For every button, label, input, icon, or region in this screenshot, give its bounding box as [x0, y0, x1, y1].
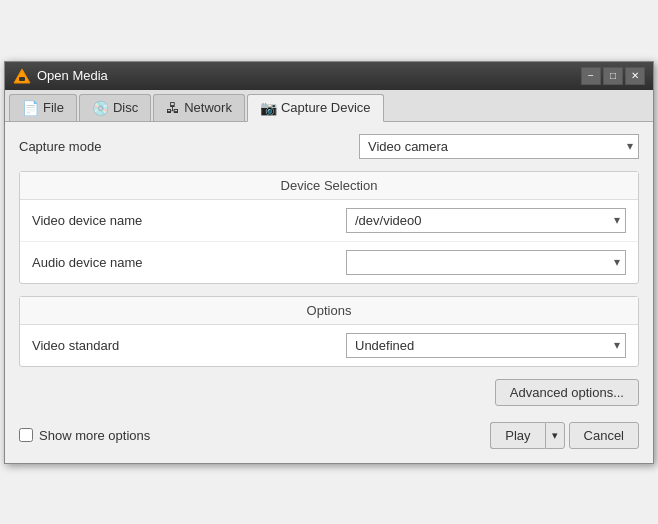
file-tab-icon: 📄: [22, 100, 39, 116]
capture-mode-row: Capture mode Video camera DirectShow TV …: [19, 134, 639, 159]
capture-mode-label: Capture mode: [19, 139, 101, 154]
tab-capture-label: Capture Device: [281, 100, 371, 115]
svg-rect-1: [19, 77, 25, 81]
titlebar-title: Open Media: [37, 68, 108, 83]
audio-device-select[interactable]: [346, 250, 626, 275]
show-more-options: Show more options: [19, 428, 150, 443]
titlebar-left: Open Media: [13, 67, 108, 85]
video-standard-label: Video standard: [32, 338, 119, 353]
video-standard-row: Video standard Undefined PAL NTSC SECAM …: [20, 325, 638, 366]
tab-file[interactable]: 📄 File: [9, 94, 77, 121]
show-more-checkbox[interactable]: [19, 428, 33, 442]
minimize-button[interactable]: −: [581, 67, 601, 85]
maximize-button[interactable]: □: [603, 67, 623, 85]
tab-file-label: File: [43, 100, 64, 115]
tab-network[interactable]: 🖧 Network: [153, 94, 245, 121]
network-tab-icon: 🖧: [166, 100, 180, 116]
options-group: Options Video standard Undefined PAL NTS…: [19, 296, 639, 367]
play-dropdown-button[interactable]: ▾: [545, 422, 565, 449]
audio-device-select-wrapper: ▾: [346, 250, 626, 275]
play-button-group: Play ▾: [490, 422, 564, 449]
device-selection-title: Device Selection: [20, 172, 638, 200]
vlc-icon: [13, 67, 31, 85]
close-button[interactable]: ✕: [625, 67, 645, 85]
audio-device-row: Audio device name ▾: [20, 242, 638, 283]
device-selection-group: Device Selection Video device name /dev/…: [19, 171, 639, 284]
tab-disc-label: Disc: [113, 100, 138, 115]
options-title: Options: [20, 297, 638, 325]
bottom-row: Show more options Play ▾ Cancel: [19, 418, 639, 451]
video-standard-select-wrapper: Undefined PAL NTSC SECAM ▾: [346, 333, 626, 358]
titlebar-buttons: − □ ✕: [581, 67, 645, 85]
capture-mode-select-wrapper: Video camera DirectShow TV - Digital TV …: [359, 134, 639, 159]
video-device-label: Video device name: [32, 213, 142, 228]
disc-tab-icon: 💿: [92, 100, 109, 116]
open-media-window: Open Media − □ ✕ 📄 File 💿 Disc 🖧 Network…: [4, 61, 654, 464]
capture-tab-icon: 📷: [260, 100, 277, 116]
tab-disc[interactable]: 💿 Disc: [79, 94, 151, 121]
video-device-select[interactable]: /dev/video0 /dev/video1: [346, 208, 626, 233]
titlebar: Open Media − □ ✕: [5, 62, 653, 90]
tab-capture[interactable]: 📷 Capture Device: [247, 94, 384, 122]
capture-mode-select[interactable]: Video camera DirectShow TV - Digital TV …: [359, 134, 639, 159]
video-device-row: Video device name /dev/video0 /dev/video…: [20, 200, 638, 242]
tab-network-label: Network: [184, 100, 232, 115]
content-area: Capture mode Video camera DirectShow TV …: [5, 122, 653, 463]
show-more-label: Show more options: [39, 428, 150, 443]
advanced-options-button[interactable]: Advanced options...: [495, 379, 639, 406]
bottom-right-buttons: Play ▾ Cancel: [490, 422, 639, 449]
advanced-btn-row: Advanced options...: [19, 379, 639, 406]
video-device-select-wrapper: /dev/video0 /dev/video1 ▾: [346, 208, 626, 233]
cancel-button[interactable]: Cancel: [569, 422, 639, 449]
audio-device-label: Audio device name: [32, 255, 143, 270]
play-button[interactable]: Play: [490, 422, 544, 449]
video-standard-select[interactable]: Undefined PAL NTSC SECAM: [346, 333, 626, 358]
tab-bar: 📄 File 💿 Disc 🖧 Network 📷 Capture Device: [5, 90, 653, 122]
